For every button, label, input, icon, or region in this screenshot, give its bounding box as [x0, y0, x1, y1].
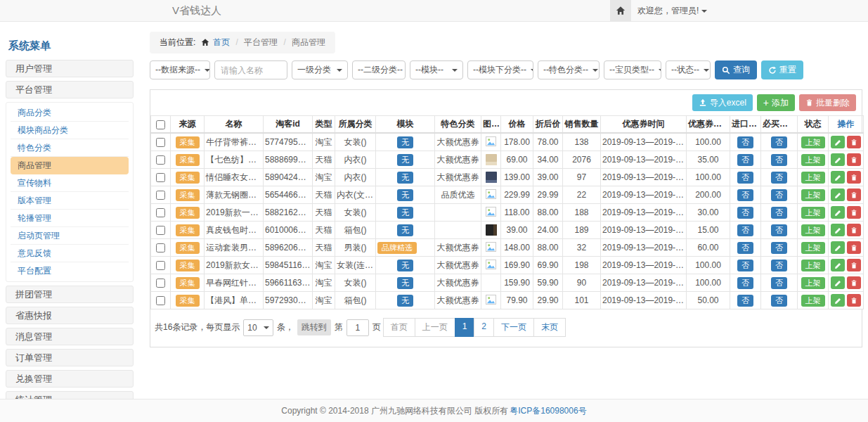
sidebar-group-拼团管理[interactable]: 拼团管理: [6, 286, 134, 303]
status-badge[interactable]: 上架: [801, 207, 825, 219]
row-checkbox[interactable]: [156, 279, 165, 288]
filter-select-5[interactable]: --模块下分类--: [467, 60, 533, 79]
edit-button[interactable]: [831, 206, 845, 219]
row-checkbox[interactable]: [156, 173, 165, 182]
sidebar-item-意见反馈[interactable]: 意见反馈: [11, 245, 129, 262]
sidebar-group-兑换管理[interactable]: 兑换管理: [6, 370, 134, 388]
import-select-toggle[interactable]: 否: [737, 136, 753, 148]
delete-button[interactable]: [847, 259, 861, 271]
status-badge[interactable]: 上架: [801, 224, 825, 236]
filter-select-7[interactable]: --宝贝类型--: [604, 60, 661, 79]
jump-button[interactable]: 跳转到: [297, 319, 331, 335]
status-badge[interactable]: 上架: [801, 136, 825, 148]
query-button[interactable]: 查询: [715, 60, 757, 79]
status-badge[interactable]: 上架: [801, 189, 825, 201]
filter-select-8[interactable]: --状态--: [666, 60, 711, 79]
must-buy-toggle[interactable]: 否: [771, 277, 787, 289]
edit-button[interactable]: [831, 153, 845, 166]
row-checkbox[interactable]: [156, 226, 165, 235]
row-checkbox[interactable]: [156, 138, 165, 147]
home-button[interactable]: [610, 0, 631, 21]
edit-button[interactable]: [831, 259, 845, 271]
edit-button[interactable]: [831, 241, 845, 254]
delete-button[interactable]: [847, 241, 861, 254]
jump-page-input[interactable]: [346, 319, 369, 336]
row-checkbox[interactable]: [156, 261, 165, 270]
sidebar-group-平台管理[interactable]: 平台管理: [6, 81, 134, 98]
edit-button[interactable]: [831, 276, 845, 289]
edit-button[interactable]: [831, 188, 845, 201]
import-select-toggle[interactable]: 否: [737, 277, 753, 289]
must-buy-toggle[interactable]: 否: [771, 224, 787, 236]
import-select-toggle[interactable]: 否: [737, 224, 753, 236]
edit-button[interactable]: [831, 294, 845, 307]
delete-button[interactable]: [847, 136, 861, 148]
row-checkbox[interactable]: [156, 243, 165, 252]
reset-button[interactable]: 重置: [761, 60, 803, 79]
delete-button[interactable]: [847, 206, 861, 219]
import-select-toggle[interactable]: 否: [737, 154, 753, 166]
sidebar-item-特色分类[interactable]: 特色分类: [11, 139, 129, 157]
import-select-toggle[interactable]: 否: [737, 207, 753, 219]
delete-button[interactable]: [847, 153, 861, 166]
must-buy-toggle[interactable]: 否: [771, 295, 787, 307]
status-badge[interactable]: 上架: [801, 154, 825, 166]
sidebar-item-商品管理[interactable]: 商品管理: [11, 157, 129, 174]
sidebar-item-版本管理[interactable]: 版本管理: [11, 192, 129, 210]
must-buy-toggle[interactable]: 否: [771, 172, 787, 184]
row-checkbox[interactable]: [156, 155, 165, 165]
row-checkbox[interactable]: [156, 296, 165, 305]
filter-select-2[interactable]: 一级分类: [292, 60, 348, 79]
page-button-下一页[interactable]: 下一页: [493, 318, 534, 337]
add-button[interactable]: + 添加: [757, 94, 795, 111]
row-checkbox[interactable]: [156, 191, 165, 200]
must-buy-toggle[interactable]: 否: [771, 207, 787, 219]
status-badge[interactable]: 上架: [801, 260, 825, 271]
page-button-2[interactable]: 2: [474, 318, 494, 337]
import-select-toggle[interactable]: 否: [737, 172, 753, 184]
select-all-checkbox[interactable]: [156, 120, 165, 129]
per-page-select[interactable]: 10: [243, 319, 273, 336]
sidebar-item-启动页管理[interactable]: 启动页管理: [11, 227, 129, 245]
must-buy-toggle[interactable]: 否: [771, 242, 787, 254]
batch-delete-button[interactable]: 批量删除: [799, 94, 856, 111]
edit-button[interactable]: [831, 136, 845, 148]
breadcrumb-home-link[interactable]: 首页: [213, 37, 230, 47]
filter-select-6[interactable]: --特色分类--: [538, 60, 600, 79]
delete-button[interactable]: [847, 188, 861, 201]
delete-button[interactable]: [847, 294, 861, 307]
sidebar-item-模块商品分类[interactable]: 模块商品分类: [11, 122, 129, 139]
sidebar-group-订单管理[interactable]: 订单管理: [6, 349, 134, 366]
delete-button[interactable]: [847, 171, 861, 184]
user-menu[interactable]: 欢迎您，管理员!: [637, 0, 707, 21]
import-excel-button[interactable]: 导入excel: [692, 94, 753, 111]
delete-button[interactable]: [847, 224, 861, 236]
import-select-toggle[interactable]: 否: [737, 295, 753, 307]
delete-button[interactable]: [847, 276, 861, 289]
filter-select-3[interactable]: --二级分类--: [352, 60, 406, 79]
filter-select-4[interactable]: --模块--: [410, 60, 463, 79]
import-select-toggle[interactable]: 否: [737, 260, 753, 271]
status-badge[interactable]: 上架: [801, 172, 825, 184]
edit-button[interactable]: [831, 171, 845, 184]
sidebar-item-平台配置[interactable]: 平台配置: [11, 262, 129, 280]
row-checkbox[interactable]: [156, 208, 165, 217]
status-badge[interactable]: 上架: [801, 277, 825, 289]
sidebar-group-省惠快报[interactable]: 省惠快报: [6, 307, 134, 324]
name-search-input[interactable]: [214, 60, 287, 79]
must-buy-toggle[interactable]: 否: [771, 189, 787, 201]
sidebar-group-用户管理[interactable]: 用户管理: [6, 60, 134, 77]
page-button-末页[interactable]: 末页: [533, 318, 566, 337]
sidebar-group-消息管理[interactable]: 消息管理: [6, 328, 134, 345]
must-buy-toggle[interactable]: 否: [771, 154, 787, 166]
edit-button[interactable]: [831, 224, 845, 236]
page-button-首页[interactable]: 首页: [383, 318, 415, 337]
status-badge[interactable]: 上架: [801, 242, 825, 254]
sidebar-item-轮播管理[interactable]: 轮播管理: [11, 210, 129, 227]
filter-select-0[interactable]: --数据来源--: [150, 60, 210, 79]
icp-link[interactable]: 粤ICP备16098006号: [510, 405, 586, 417]
page-button-1[interactable]: 1: [455, 318, 475, 337]
import-select-toggle[interactable]: 否: [737, 189, 753, 201]
must-buy-toggle[interactable]: 否: [771, 260, 787, 271]
must-buy-toggle[interactable]: 否: [771, 136, 787, 148]
